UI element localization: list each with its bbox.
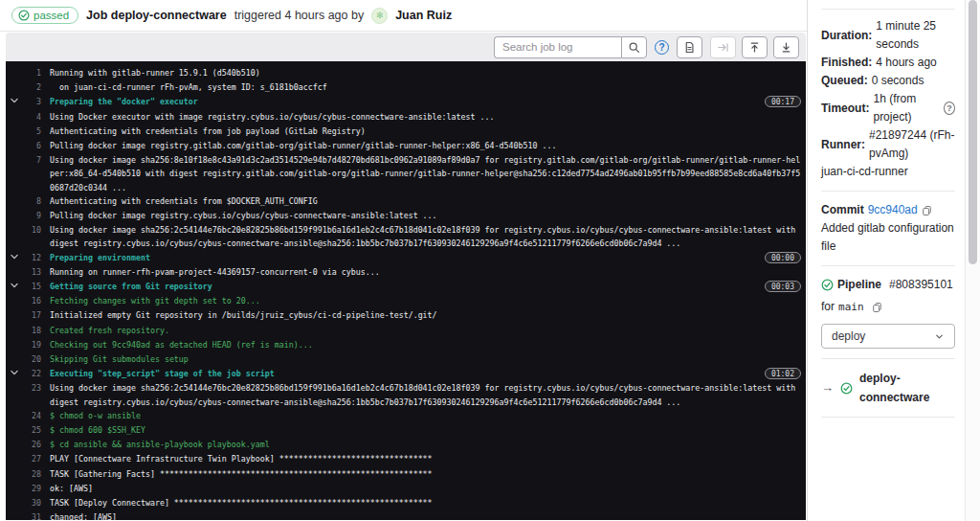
runner-label: Runner: (821, 136, 865, 154)
pipeline-status-icon (821, 279, 834, 291)
section-chevron-icon[interactable] (6, 95, 22, 109)
section-chevron-icon[interactable] (6, 409, 22, 423)
show-raw-button[interactable] (677, 36, 702, 58)
job-header: passed Job deploy-connectware triggered … (0, 0, 807, 32)
copy-ref-icon[interactable] (872, 302, 882, 313)
log-line-number[interactable]: 5 (22, 125, 41, 138)
commit-sha-link[interactable]: 9cc940ad (868, 201, 918, 219)
log-line: 26 $ cd ansible && ansible-playbook play… (6, 438, 806, 452)
log-line-number[interactable]: 22 (22, 367, 41, 380)
job-list-item[interactable]: → deploy-connectware (821, 369, 955, 407)
log-line-number[interactable]: 19 (22, 338, 41, 351)
scrollbar-thumb[interactable] (969, 0, 977, 264)
section-chevron-icon[interactable] (6, 251, 22, 265)
log-line-number[interactable]: 17 (22, 308, 41, 322)
section-chevron-icon[interactable] (6, 438, 22, 452)
section-chevron-icon[interactable] (6, 423, 22, 438)
section-chevron-icon[interactable] (6, 125, 22, 139)
log-line-number[interactable]: 1 (22, 66, 41, 79)
section-chevron-icon[interactable] (6, 110, 22, 125)
section-chevron-icon[interactable] (6, 80, 22, 95)
log-line-text: Initialized empty Git repository in /bui… (50, 308, 801, 322)
log-line: 10 Using docker image sha256:2c54144e76b… (6, 223, 806, 250)
log-line-number[interactable]: 29 (22, 482, 41, 495)
section-chevron-icon[interactable] (6, 452, 22, 466)
log-line: 15 Getting source from Git repository 00… (6, 280, 806, 294)
pipeline-ref[interactable]: main (838, 298, 864, 316)
log-line-number[interactable]: 20 (22, 352, 41, 366)
section-chevron-icon[interactable] (6, 66, 22, 80)
section-chevron-icon[interactable] (6, 482, 22, 496)
section-chevron-icon[interactable] (6, 265, 22, 280)
section-chevron-icon[interactable] (6, 194, 22, 209)
section-chevron-icon[interactable] (6, 209, 22, 223)
raw-file-icon (683, 41, 696, 54)
log-line-number[interactable]: 18 (22, 324, 41, 337)
log-line-number[interactable]: 10 (22, 223, 41, 237)
section-chevron-icon[interactable] (6, 338, 22, 352)
log-line: 6 Pulling docker image registry.gitlab.c… (6, 139, 806, 153)
pipeline-id[interactable]: #808395101 (889, 276, 953, 294)
log-line: 5 Authenticating with credentials from j… (6, 125, 806, 139)
log-line-text: Created fresh repository. (50, 324, 801, 337)
stage-dropdown[interactable]: deploy (821, 324, 955, 349)
section-chevron-icon[interactable] (6, 308, 22, 323)
log-line-number[interactable]: 28 (22, 467, 41, 481)
log-line: 19 Checking out 9cc940ad as detached HEA… (6, 338, 806, 352)
section-chevron-icon[interactable] (6, 223, 22, 238)
log-line-number[interactable]: 7 (22, 153, 41, 167)
section-chevron-icon[interactable] (6, 280, 22, 294)
user-name[interactable]: Juan Ruiz (395, 9, 452, 22)
log-line-number[interactable]: 27 (22, 452, 41, 465)
timeout-help-icon[interactable]: ? (944, 102, 955, 115)
queued-value: 0 seconds (872, 72, 924, 90)
log-line: 12 Preparing environment 00:00 (6, 251, 806, 265)
search-input[interactable] (494, 36, 621, 58)
section-chevron-icon[interactable] (6, 467, 22, 482)
finished-value: 4 hours ago (876, 54, 936, 72)
scroll-to-bottom-button[interactable] (773, 36, 799, 58)
log-line-number[interactable]: 26 (22, 438, 41, 451)
section-chevron-icon[interactable] (6, 294, 22, 308)
log-line-number[interactable]: 9 (22, 209, 41, 222)
timeout-label: Timeout: (821, 100, 869, 118)
jump-to-failure-button[interactable] (710, 36, 736, 58)
section-chevron-icon[interactable] (6, 153, 22, 168)
scroll-to-top-button[interactable] (742, 36, 768, 58)
status-badge: passed (11, 7, 78, 24)
section-chevron-icon[interactable] (6, 381, 22, 396)
search-button[interactable] (621, 36, 647, 58)
scroll-controls (710, 36, 799, 58)
log-line-number[interactable]: 31 (22, 510, 41, 520)
help-icon[interactable]: ? (655, 40, 669, 55)
log-line-number[interactable]: 2 (22, 80, 41, 94)
log-line-number[interactable]: 6 (22, 139, 41, 152)
log-line-number[interactable]: 12 (22, 251, 41, 264)
section-chevron-icon[interactable] (6, 496, 22, 510)
log-line-number[interactable]: 30 (22, 496, 41, 510)
user-avatar[interactable]: ✻ (371, 8, 388, 24)
log-line-text: Running with gitlab-runner 15.9.1 (d540b… (50, 66, 801, 79)
section-chevron-icon[interactable] (6, 139, 22, 153)
page-scrollbar[interactable] (965, 0, 980, 521)
log-line-number[interactable]: 15 (22, 280, 41, 293)
log-line-number[interactable]: 16 (22, 294, 41, 307)
section-chevron-icon[interactable] (6, 367, 22, 381)
jump-to-failure-icon (717, 41, 729, 54)
log-line-number[interactable]: 4 (22, 110, 41, 124)
copy-commit-icon[interactable] (922, 205, 932, 216)
section-chevron-icon[interactable] (6, 324, 22, 338)
log-line-number[interactable]: 3 (22, 95, 41, 108)
log-line: 13 Running on runner-rfh-pvam-project-44… (6, 265, 806, 280)
log-line-number[interactable]: 8 (22, 194, 41, 208)
pipeline-row: Pipeline #808395101 for main (821, 276, 955, 316)
log-line-number[interactable]: 24 (22, 409, 41, 422)
log-line-number[interactable]: 13 (22, 265, 41, 279)
log-line-number[interactable]: 25 (22, 423, 41, 437)
section-chevron-icon[interactable] (6, 510, 22, 520)
section-chevron-icon[interactable] (6, 352, 22, 367)
log-line-text: $ chmod 600 $SSH_KEY (50, 423, 801, 437)
log-line: 23 Using docker image sha256:2c54144e76b… (6, 381, 806, 408)
section-duration-badge: 00:17 (765, 96, 801, 107)
log-line-number[interactable]: 23 (22, 381, 41, 395)
